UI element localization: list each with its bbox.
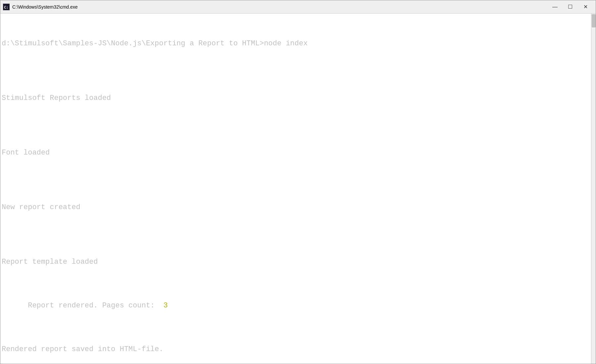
title-bar: C: C:\Windows\System32\cmd.exe — ☐ ✕ [0, 0, 596, 14]
terminal-line-2: Stimulsoft Reports loaded [2, 93, 594, 104]
terminal-line-6-number: 3 [164, 301, 168, 310]
window-controls: — ☐ ✕ [547, 2, 593, 12]
terminal-body[interactable]: d:\Stimulsoft\Samples-JS\Node.js\Exporti… [0, 14, 596, 364]
terminal-line-4: New report created [2, 202, 594, 213]
close-button[interactable]: ✕ [578, 2, 593, 12]
terminal-line-6-prefix: Report rendered. Pages count: [28, 301, 163, 310]
svg-text:C:: C: [4, 5, 8, 10]
terminal-line-1: d:\Stimulsoft\Samples-JS\Node.js\Exporti… [2, 38, 594, 49]
terminal-line-5: Report template loaded [2, 256, 594, 267]
scrollbar[interactable] [591, 14, 596, 364]
maximize-button[interactable]: ☐ [563, 2, 578, 12]
scrollbar-thumb[interactable] [592, 14, 596, 27]
terminal-output: d:\Stimulsoft\Samples-JS\Node.js\Exporti… [2, 16, 594, 364]
window-title: C:\Windows\System32\cmd.exe [12, 4, 547, 10]
cmd-window: C: C:\Windows\System32\cmd.exe — ☐ ✕ d:\… [0, 0, 596, 364]
terminal-line-3: Font loaded [2, 147, 594, 158]
terminal-line-7: Rendered report saved into HTML-file. [2, 344, 594, 355]
minimize-button[interactable]: — [547, 2, 563, 12]
app-icon: C: [3, 4, 10, 10]
